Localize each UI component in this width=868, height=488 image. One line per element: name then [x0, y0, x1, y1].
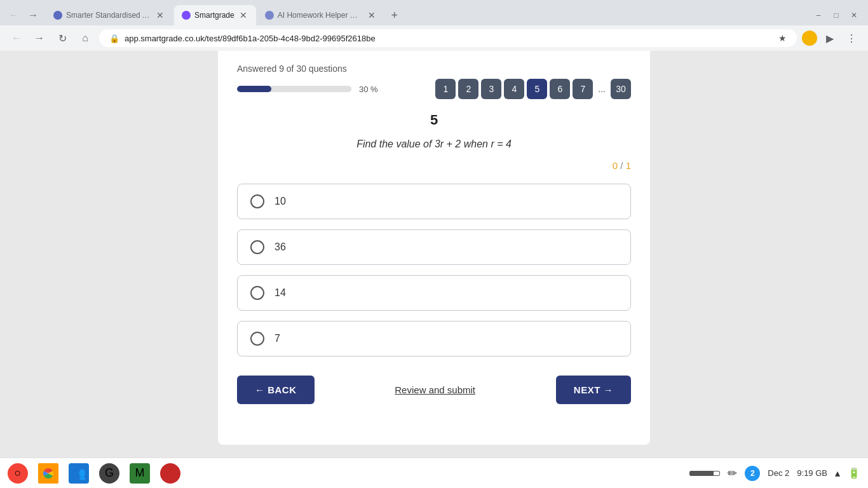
back-button[interactable]: ← BACK: [237, 376, 315, 404]
battery-icon: 🔋: [848, 467, 860, 479]
taskbar: ○ 👥 G M ✏ 2 Dec 2 9:19 GB ▴ 🔋: [0, 458, 868, 488]
page-num-7[interactable]: 7: [573, 79, 593, 99]
pencil-icon: ✏: [728, 466, 737, 480]
progress-section: Answered 9 of 30 questions 30 % 1 2 3 4 …: [237, 64, 631, 99]
taskbar-red-btn[interactable]: [160, 463, 180, 484]
score-total: 1: [626, 160, 631, 171]
nav-forward-btn[interactable]: →: [31, 29, 48, 47]
tab-ai-helper[interactable]: AI Homework Helper & Solver - ✕: [257, 5, 384, 25]
new-tab-btn[interactable]: +: [386, 6, 403, 24]
progress-pct: 30 %: [359, 85, 378, 94]
page-num-3[interactable]: 3: [481, 79, 501, 99]
progress-bar-row: 30 % 1 2 3 4 5 6 7 ... 30: [237, 79, 631, 99]
option-1-radio[interactable]: [250, 194, 264, 208]
browser-chrome: ← → Smarter Standardised Assessm... ✕ Sm…: [0, 0, 868, 51]
page-num-5[interactable]: 5: [527, 79, 547, 99]
tab-nav-controls: ← →: [5, 6, 42, 24]
tab1-label: Smarter Standardised Assessm...: [66, 11, 151, 20]
minimize-btn[interactable]: –: [812, 9, 825, 22]
option-3-label: 14: [275, 287, 286, 299]
option-4[interactable]: 7: [237, 321, 631, 356]
taskbar-g-btn[interactable]: G: [99, 463, 119, 484]
tab3-close-btn[interactable]: ✕: [367, 10, 377, 20]
page-content: Answered 9 of 30 questions 30 % 1 2 3 4 …: [0, 51, 868, 458]
page-numbers: 1 2 3 4 5 6 7 ... 30: [435, 79, 631, 99]
browser-forward-btn[interactable]: →: [24, 6, 42, 24]
question-text: Find the value of 3r + 2 when r = 4: [237, 139, 631, 150]
option-3[interactable]: 14: [237, 275, 631, 311]
url-input[interactable]: 🔒 app.smartgrade.co.uk/test/89df6b1a-205…: [99, 29, 797, 47]
nav-buttons: ← BACK Review and submit NEXT →: [237, 376, 631, 404]
nav-back-btn[interactable]: ←: [8, 29, 25, 47]
address-bar: ← → ↻ ⌂ 🔒 app.smartgrade.co.uk/test/89df…: [0, 25, 868, 51]
option-4-radio[interactable]: [250, 332, 264, 346]
tab3-icon: [265, 11, 274, 20]
taskbar-time: 9:19 GB: [797, 468, 827, 478]
notification-btn[interactable]: 2: [745, 466, 760, 481]
nav-reload-btn[interactable]: ↻: [53, 29, 71, 47]
tab1-close-btn[interactable]: ✕: [155, 10, 165, 20]
close-btn[interactable]: ✕: [848, 9, 860, 22]
page-num-6[interactable]: 6: [550, 79, 570, 99]
taskbar-teams-btn[interactable]: 👥: [69, 463, 89, 484]
review-submit-button[interactable]: Review and submit: [388, 376, 482, 404]
battery-indicator: [689, 471, 720, 476]
nav-home-btn[interactable]: ⌂: [76, 29, 94, 47]
option-2-radio[interactable]: [250, 240, 264, 254]
quiz-container: Answered 9 of 30 questions 30 % 1 2 3 4 …: [218, 51, 650, 445]
maximize-btn[interactable]: □: [830, 9, 843, 22]
tab2-close-btn[interactable]: ✕: [238, 10, 248, 20]
profile-btn[interactable]: ▶: [821, 29, 839, 47]
progress-bar-fill: [237, 86, 271, 92]
options-list: 10 36 14 7: [237, 184, 631, 356]
option-2-label: 36: [275, 241, 286, 253]
taskbar-chrome-btn[interactable]: [38, 463, 58, 484]
option-2[interactable]: 36: [237, 229, 631, 265]
progress-row: Answered 9 of 30 questions: [237, 64, 631, 74]
progress-text: Answered 9 of 30 questions: [237, 64, 347, 74]
score-display: 0 / 1: [237, 160, 631, 171]
question-number: 5: [237, 112, 631, 128]
option-4-label: 7: [275, 333, 280, 344]
option-1-label: 10: [275, 196, 286, 207]
url-text: app.smartgrade.co.uk/test/89df6b1a-205b-…: [125, 34, 773, 43]
page-num-2[interactable]: 2: [458, 79, 478, 99]
extensions-btn[interactable]: [802, 30, 817, 46]
page-num-4[interactable]: 4: [504, 79, 524, 99]
score-slash: /: [618, 160, 626, 171]
browser-back-btn[interactable]: ←: [5, 6, 23, 24]
tab2-icon: [182, 11, 191, 20]
next-button[interactable]: NEXT →: [556, 376, 631, 404]
notification-count: 2: [750, 469, 755, 478]
progress-bar-wrap: [237, 86, 351, 92]
page-num-30[interactable]: 30: [611, 79, 631, 99]
tab-smartgrade[interactable]: Smartgrade ✕: [174, 5, 256, 25]
taskbar-circle-btn[interactable]: ○: [8, 463, 28, 484]
taskbar-left: ○ 👥 G M: [8, 463, 180, 484]
page-ellipsis: ...: [595, 84, 608, 94]
page-num-1[interactable]: 1: [435, 79, 456, 99]
option-3-radio[interactable]: [250, 286, 264, 300]
option-1[interactable]: 10: [237, 184, 631, 219]
taskbar-meet-btn[interactable]: M: [130, 463, 150, 484]
browser-actions: ▶ ⋮: [802, 29, 860, 47]
menu-btn[interactable]: ⋮: [843, 29, 860, 47]
tab-smartgrade-assess[interactable]: Smarter Standardised Assessm... ✕: [46, 5, 173, 25]
taskbar-right: ✏ 2 Dec 2 9:19 GB ▴ 🔋: [689, 466, 860, 481]
tab-bar: ← → Smarter Standardised Assessm... ✕ Sm…: [0, 0, 868, 25]
tab3-label: AI Homework Helper & Solver -: [278, 11, 363, 20]
tab2-label: Smartgrade: [194, 11, 234, 20]
window-controls: – □ ✕: [812, 9, 863, 22]
score-current: 0: [613, 160, 618, 171]
taskbar-date: Dec 2: [768, 468, 789, 478]
tab1-icon: [53, 11, 62, 20]
wifi-icon: ▴: [835, 467, 840, 479]
